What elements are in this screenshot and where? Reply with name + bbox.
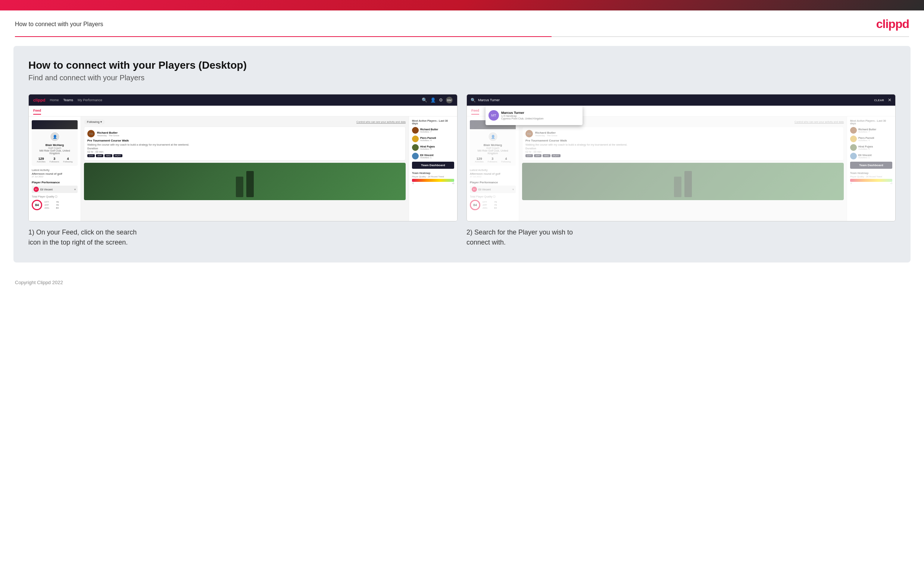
step1-text: 1) On your Feed, click on the searchicon… bbox=[28, 227, 458, 248]
mock-center-1: Following ▾ Control who can see your act… bbox=[81, 117, 409, 221]
mock-nav-icons-1: 🔍 👤 ⚙ BM bbox=[422, 97, 453, 104]
mock-right-1: Most Active Players - Last 30 days Richa… bbox=[409, 117, 457, 221]
mock-logo-1: clippd bbox=[33, 98, 45, 102]
mock-feed-tab-1: Feed bbox=[29, 106, 457, 117]
screenshots-row: clippd Home Teams My Performance 🔍 👤 ⚙ B… bbox=[28, 94, 896, 248]
user-avatar-1[interactable]: BM bbox=[446, 97, 453, 104]
footer: Copyright Clippd 2022 bbox=[0, 271, 924, 293]
profile-stats-1: 129Activities 3Followers 4Following bbox=[35, 157, 74, 163]
app-mockup-1: clippd Home Teams My Performance 🔍 👤 ⚙ B… bbox=[28, 94, 458, 221]
app-mockup-2: clippd Home Teams My Performance 🔍 👤 ⚙ B… bbox=[466, 94, 896, 221]
player-row-pp: Piers ParnellActivities: 4 bbox=[412, 136, 454, 142]
search-result-item-1[interactable]: MT Marcus Turner 1-5 Handicap Cypress Po… bbox=[489, 109, 579, 122]
search-clear-btn[interactable]: CLEAR bbox=[874, 99, 884, 102]
top-bar bbox=[0, 0, 924, 10]
mock-nav-perf-1[interactable]: My Performance bbox=[78, 98, 102, 102]
profile-banner-1 bbox=[32, 120, 78, 129]
page-title: How to connect with your Players bbox=[15, 21, 104, 28]
profile-name-1: Blair McHarg bbox=[35, 143, 74, 147]
mock-nav-1: clippd Home Teams My Performance 🔍 👤 ⚙ B… bbox=[29, 94, 457, 106]
page-header: How to connect with your Players clippd bbox=[0, 10, 924, 36]
profile-card-1: 👤 Blair McHarg Golf Coach Mill Ride Golf… bbox=[32, 120, 78, 166]
activity-card-1: RB Richard Butler Yesterday · The Grove … bbox=[84, 127, 406, 161]
search-magnifier-icon: 🔍 bbox=[471, 98, 476, 103]
mock-body-1: 👤 Blair McHarg Golf Coach Mill Ride Golf… bbox=[29, 117, 457, 221]
player-select-1[interactable]: EV Eli Vincent ▾ bbox=[32, 185, 78, 193]
profile-role-1: Golf Coach bbox=[35, 147, 74, 149]
header-divider bbox=[15, 36, 909, 37]
settings-icon-1[interactable]: ⚙ bbox=[439, 97, 443, 103]
screenshot-1-block: clippd Home Teams My Performance 🔍 👤 ⚙ B… bbox=[28, 94, 458, 248]
intro-title: How to connect with your Players (Deskto… bbox=[28, 59, 896, 71]
intro-subtitle: Find and connect with your Players bbox=[28, 73, 896, 82]
search-bar-overlay: 🔍 Marcus Turner CLEAR ✕ bbox=[467, 94, 895, 106]
mock-nav-home-1[interactable]: Home bbox=[50, 98, 58, 102]
search-result-name-1: Marcus Turner bbox=[501, 111, 544, 115]
screenshot-2-block: clippd Home Teams My Performance 🔍 👤 ⚙ B… bbox=[466, 94, 896, 248]
profile-icon-1[interactable]: 👤 bbox=[430, 97, 436, 103]
profile-club-1: Mill Ride Golf Club, United Kingdom bbox=[35, 149, 74, 154]
player-row-ev: Eli VincentActivities: 1 bbox=[412, 153, 454, 159]
profile-avatar-1: 👤 bbox=[50, 132, 60, 142]
search-icon-1[interactable]: 🔍 bbox=[422, 97, 427, 103]
step2-text: 2) Search for the Player you wish toconn… bbox=[466, 227, 896, 248]
search-dropdown: MT Marcus Turner 1-5 Handicap Cypress Po… bbox=[485, 106, 583, 125]
search-result-avatar-1: MT bbox=[489, 110, 499, 120]
mock-nav-teams-1[interactable]: Teams bbox=[63, 98, 73, 102]
search-close-btn[interactable]: ✕ bbox=[888, 97, 892, 103]
search-result-meta2-1: Cypress Point Club, United Kingdom bbox=[501, 117, 544, 120]
control-link-1[interactable]: Control who can see your activity and da… bbox=[356, 120, 406, 123]
golf-image-1 bbox=[84, 163, 406, 200]
clippd-logo: clippd bbox=[876, 17, 909, 31]
following-btn-1[interactable]: Following ▾ bbox=[84, 120, 105, 124]
team-dashboard-btn-1[interactable]: Team Dashboard bbox=[412, 162, 454, 169]
search-result-meta1-1: 1-5 Handicap bbox=[501, 115, 544, 117]
mock-left-1: 👤 Blair McHarg Golf Coach Mill Ride Golf… bbox=[29, 117, 81, 221]
player-row-rb: Richard ButlerActivities: 7 bbox=[412, 127, 454, 134]
player-row-hp: Hiral PujaraActivities: 3 bbox=[412, 144, 454, 151]
mock-tab-feed-1[interactable]: Feed bbox=[33, 107, 41, 115]
mock-body-2: 👤 Blair McHarg Golf Coach Mill Ride Golf… bbox=[467, 117, 895, 221]
search-query-text[interactable]: Marcus Turner bbox=[478, 98, 872, 102]
main-content: How to connect with your Players (Deskto… bbox=[13, 46, 911, 263]
copyright-text: Copyright Clippd 2022 bbox=[15, 280, 63, 285]
